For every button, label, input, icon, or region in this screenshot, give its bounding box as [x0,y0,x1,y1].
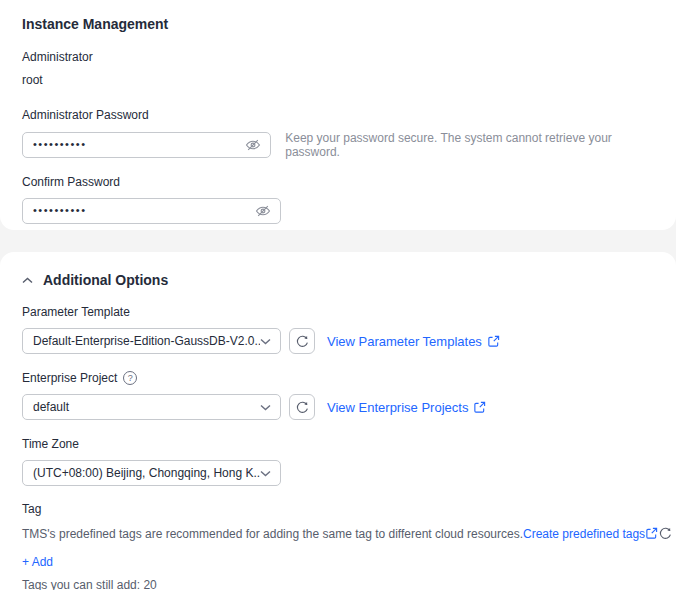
refresh-tags-icon[interactable] [658,526,673,541]
enterprise-project-label: Enterprise Project [22,371,117,385]
parameter-template-label: Parameter Template [22,305,654,319]
admin-password-label: Administrator Password [22,108,654,122]
view-enterprise-projects-link[interactable]: View Enterprise Projects [327,400,486,415]
tag-description: TMS's predefined tags are recommended fo… [22,527,523,541]
additional-options-card: Additional Options Parameter Template De… [0,252,676,590]
refresh-enterprise-projects-button[interactable] [289,394,315,420]
administrator-label: Administrator [22,50,654,64]
refresh-icon [295,400,310,415]
eye-slash-icon[interactable] [255,203,271,219]
tags-remaining-text: Tags you can still add: 20 [22,578,654,590]
admin-password-masked-value: •••••••••• [33,138,245,150]
time-zone-label: Time Zone [22,437,654,451]
tag-label: Tag [22,502,654,516]
refresh-icon [295,334,310,349]
view-parameter-templates-label: View Parameter Templates [327,334,482,349]
additional-options-toggle[interactable]: Additional Options [22,252,654,288]
parameter-template-select[interactable]: Default-Enterprise-Edition-GaussDB-V2.0.… [22,328,281,354]
external-link-icon [473,401,486,414]
view-enterprise-projects-label: View Enterprise Projects [327,400,468,415]
chevron-down-icon [260,404,271,411]
add-tag-button[interactable]: + Add [22,555,53,569]
instance-management-card: Instance Management Administrator root A… [0,0,676,230]
time-zone-value: (UTC+08:00) Beijing, Chongqing, Hong K..… [33,466,260,480]
administrator-value: root [22,73,654,87]
chevron-up-icon [22,277,33,284]
enterprise-project-value: default [33,400,260,414]
password-hint: Keep your password secure. The system ca… [285,131,654,159]
create-predefined-tags-link[interactable]: Create predefined tags [523,527,645,541]
enterprise-project-select[interactable]: default [22,394,281,420]
admin-password-input[interactable]: •••••••••• [22,132,271,158]
help-icon[interactable]: ? [123,371,137,385]
confirm-password-masked-value: •••••••••• [33,204,255,216]
confirm-password-label: Confirm Password [22,175,654,189]
chevron-down-icon [260,470,271,477]
confirm-password-input[interactable]: •••••••••• [22,198,281,224]
refresh-parameter-templates-button[interactable] [289,328,315,354]
external-link-icon[interactable] [645,527,658,540]
additional-options-title: Additional Options [43,272,168,288]
instance-management-title: Instance Management [22,0,654,32]
eye-slash-icon[interactable] [245,137,261,153]
chevron-down-icon [260,338,271,345]
view-parameter-templates-link[interactable]: View Parameter Templates [327,334,500,349]
external-link-icon [487,335,500,348]
time-zone-select[interactable]: (UTC+08:00) Beijing, Chongqing, Hong K..… [22,460,281,486]
parameter-template-value: Default-Enterprise-Edition-GaussDB-V2.0.… [33,334,260,348]
